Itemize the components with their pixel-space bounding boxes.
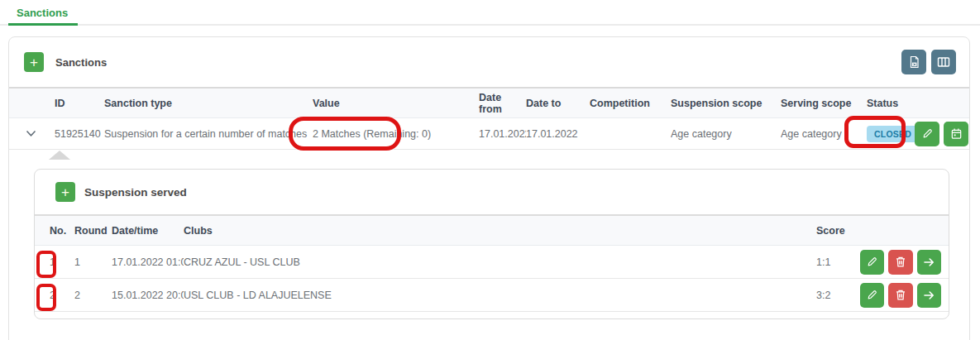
goto-match-button[interactable] — [917, 250, 941, 275]
cell-value: 2 Matches (Remaining: 0) — [313, 128, 479, 140]
matches-calendar-button[interactable] — [944, 122, 968, 146]
sanction-row: 51925140 Suspension for a certain number… — [9, 118, 969, 150]
cell-sanction-type: Suspension for a certain number of match… — [104, 128, 313, 140]
pencil-icon — [921, 127, 934, 140]
edit-served-match-button[interactable] — [860, 250, 884, 275]
calendar-icon — [950, 127, 963, 140]
cell-datetime: 17.01.2022 01:00 — [112, 256, 184, 268]
add-suspension-served-button[interactable]: + — [55, 182, 75, 202]
cell-date-to: 17.01.2022 — [526, 128, 590, 140]
sanctions-card: + Sanctions ID Sa — [8, 36, 970, 340]
arrow-right-icon — [923, 256, 935, 268]
table-columns-icon — [937, 56, 950, 68]
col-date-from: Date from — [479, 92, 526, 115]
cell-round: 2 — [74, 290, 112, 301]
status-badge: CLOSED — [867, 126, 915, 142]
expanded-row-pointer — [49, 151, 70, 160]
toggle-columns-button[interactable] — [931, 50, 956, 74]
delete-served-match-button[interactable] — [888, 283, 912, 308]
chevron-down-icon — [26, 130, 36, 137]
cell-score: 1:1 — [816, 256, 860, 268]
tab-sanctions[interactable]: Sanctions — [8, 0, 78, 24]
cell-no: 2 — [50, 290, 74, 301]
served-row-actions — [860, 250, 941, 275]
col-score: Score — [816, 225, 860, 237]
trash-icon — [895, 256, 906, 268]
cell-no: 1 — [50, 256, 74, 268]
suspension-served-header: + Suspension served — [35, 170, 949, 216]
sanctions-table-header: ID Sanction type Value Date from Date to… — [9, 89, 969, 118]
cell-serving-scope: Age category — [781, 128, 867, 140]
arrow-right-icon — [923, 290, 935, 301]
col-value: Value — [313, 98, 479, 109]
col-status: Status — [867, 98, 915, 109]
suspension-served-panel: + Suspension served No. Round Date/time … — [34, 169, 949, 319]
suspension-served-title: Suspension served — [84, 186, 187, 199]
tab-bar: Sanctions — [0, 0, 980, 26]
cell-clubs: USL CLUB - LD ALAJUELENSE — [184, 290, 816, 301]
col-id: ID — [55, 98, 104, 109]
sanctions-card-title: Sanctions — [55, 56, 107, 69]
col-no: No. — [50, 225, 74, 237]
sanctions-card-header: + Sanctions — [9, 37, 969, 89]
goto-match-button[interactable] — [917, 283, 941, 308]
delete-served-match-button[interactable] — [888, 250, 912, 275]
served-table-header: No. Round Date/time Clubs Score — [35, 216, 949, 246]
cell-id: 51925140 — [55, 128, 104, 140]
cell-round: 1 — [74, 256, 112, 268]
col-competition: Competition — [590, 98, 671, 109]
col-suspension-scope: Suspension scope — [671, 98, 781, 109]
served-row: 2 2 15.01.2022 20:00 USL CLUB - LD ALAJU… — [35, 279, 949, 312]
tab-sanctions-label: Sanctions — [17, 7, 68, 19]
cell-clubs: CRUZ AZUL - USL CLUB — [184, 256, 816, 268]
excel-export-icon — [908, 55, 920, 69]
sanction-row-actions — [915, 122, 968, 146]
pencil-icon — [866, 289, 878, 301]
collapse-row-button[interactable] — [26, 130, 55, 137]
edit-sanction-button[interactable] — [915, 122, 939, 146]
cell-score: 3:2 — [816, 290, 860, 301]
pencil-icon — [866, 256, 878, 268]
edit-served-match-button[interactable] — [860, 283, 884, 308]
col-round: Round — [74, 225, 112, 237]
add-sanction-button[interactable]: + — [24, 52, 44, 72]
trash-icon — [895, 289, 906, 301]
col-clubs: Clubs — [184, 225, 816, 237]
cell-status: CLOSED — [867, 126, 915, 142]
panel-bottom-padding — [35, 312, 949, 318]
export-excel-button[interactable] — [901, 50, 926, 74]
col-date-to: Date to — [526, 98, 590, 109]
cell-date-from: 17.01.2022 — [479, 128, 526, 140]
cell-suspension-scope: Age category — [671, 128, 781, 140]
col-datetime: Date/time — [112, 225, 184, 237]
cell-datetime: 15.01.2022 20:00 — [112, 290, 184, 301]
col-sanction-type: Sanction type — [104, 98, 313, 109]
served-row-actions — [860, 283, 941, 308]
col-serving-scope: Serving scope — [781, 98, 867, 109]
served-row: 1 1 17.01.2022 01:00 CRUZ AZUL - USL CLU… — [35, 246, 949, 279]
